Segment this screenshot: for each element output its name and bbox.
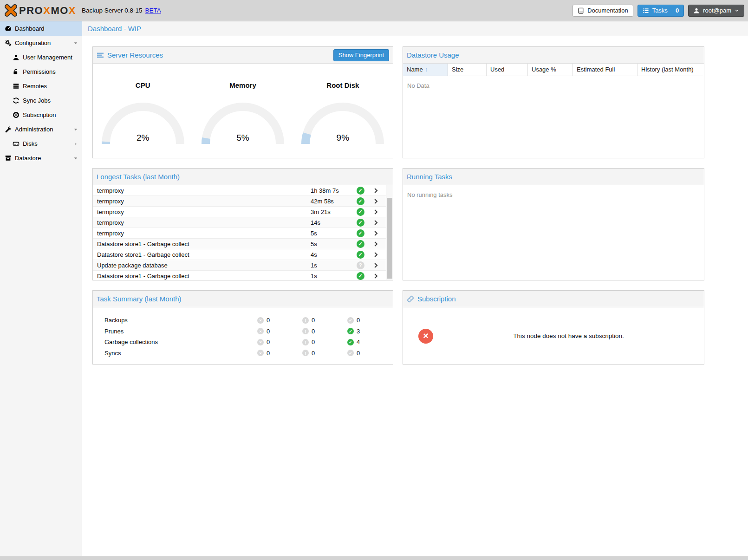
longest-tasks-panel: Longest Tasks (last Month) termproxy 1h …	[92, 168, 393, 280]
gauge-row: CPU 2% Memory 5% Root Disk 9%	[93, 64, 393, 145]
column-header-used[interactable]: Used	[487, 64, 528, 76]
ok-count-icon: ✓	[347, 328, 354, 334]
sidebar-item-dashboard[interactable]: Dashboard	[0, 21, 82, 36]
task-row[interactable]: termproxy 5s ✓	[93, 228, 386, 239]
beta-link[interactable]: BETA	[145, 7, 161, 14]
sidebar-item-sync-jobs[interactable]: Sync Jobs	[0, 93, 82, 108]
gauge-arc: 9%	[301, 100, 384, 145]
error-count-icon: ×	[257, 317, 264, 324]
task-duration: 5s	[311, 241, 352, 247]
sidebar-item-administration[interactable]: Administration	[0, 122, 82, 137]
check-circle-icon: ✓	[357, 219, 364, 227]
task-row[interactable]: Datastore store1 - Garbage collect 4s ✓	[93, 249, 386, 260]
sidebar-item-subscription[interactable]: Subscription	[0, 108, 82, 122]
column-header-history-last-month-[interactable]: History (last Month)	[637, 64, 704, 76]
sidebar-item-label: Disks	[23, 140, 73, 147]
running-tasks-title: Running Tasks	[407, 173, 700, 181]
task-summary-panel: Task Summary (last Month) Backups × 0 ! …	[92, 290, 393, 365]
error-count-icon: ×	[257, 328, 264, 334]
sidebar-item-label: Configuration	[15, 39, 73, 46]
tasks-button[interactable]: Tasks 0	[637, 5, 684, 17]
expander-right-icon[interactable]	[73, 142, 78, 146]
ok-count: 4	[357, 339, 360, 345]
datastore-empty-text: No Data	[403, 76, 704, 95]
warning-count: 0	[312, 339, 315, 345]
ok-count-icon: ✓	[347, 350, 354, 356]
sidebar-item-remotes[interactable]: Remotes	[0, 79, 82, 93]
column-header-name[interactable]: Name↑	[403, 64, 448, 76]
show-fingerprint-button[interactable]: Show Fingerprint	[333, 49, 389, 61]
task-summary-label: Prunes	[104, 328, 257, 335]
user-menu-button[interactable]: root@pam	[688, 5, 744, 17]
check-circle-icon: ✓	[357, 208, 364, 216]
gauge-label: Memory	[193, 81, 293, 89]
task-row[interactable]: Update package database 1s ?	[93, 260, 386, 271]
task-row[interactable]: termproxy 14s ✓	[93, 217, 386, 228]
column-header-estimated-full[interactable]: Estimated Full	[573, 64, 637, 76]
task-row[interactable]: termproxy 42m 58s ✓	[93, 196, 386, 207]
task-duration: 1s	[311, 262, 352, 269]
error-count: 0	[267, 339, 270, 345]
running-tasks-panel: Running Tasks No running tasks	[403, 168, 704, 280]
error-count-icon: ×	[257, 339, 264, 345]
task-name: Datastore store1 - Garbage collect	[97, 251, 311, 258]
warning-count-icon: !	[302, 339, 309, 345]
expander-down-icon[interactable]	[73, 41, 78, 46]
chevron-right-icon[interactable]	[368, 262, 384, 268]
ok-count-icon: ✓	[347, 317, 354, 324]
server-resources-panel: Server Resources Show Fingerprint CPU 2%…	[92, 46, 393, 158]
sidebar-item-label: Dashboard	[15, 25, 78, 32]
task-name: termproxy	[97, 198, 311, 205]
gears-icon	[5, 39, 12, 46]
error-count: 0	[267, 317, 270, 324]
task-row[interactable]: termproxy 3m 21s ✓	[93, 207, 386, 217]
unlock-icon	[13, 68, 20, 75]
chevron-right-icon[interactable]	[368, 220, 384, 226]
task-name: Datastore store1 - Garbage collect	[97, 241, 311, 247]
scrollbar-thumb[interactable]	[387, 198, 392, 279]
chevron-right-icon[interactable]	[368, 273, 384, 279]
server-resources-title: Server Resources	[107, 51, 330, 59]
task-summary-body: Backups × 0 ! 0 ✓ 0 Prunes × 0 ! 0 ✓ 3 G…	[93, 307, 393, 358]
question-circle-icon: ?	[357, 261, 364, 269]
sidebar-item-label: Datastore	[15, 155, 73, 162]
chevron-right-icon[interactable]	[368, 188, 384, 194]
sidebar-item-disks[interactable]: Disks	[0, 137, 82, 151]
warning-count: 0	[312, 350, 315, 357]
expander-down-icon[interactable]	[73, 156, 78, 161]
subscription-title: Subscription	[417, 295, 700, 303]
gauge-label: Root Disk	[293, 81, 393, 89]
task-list-scrollbar[interactable]	[386, 185, 393, 280]
page-title-bar: Dashboard - WIP	[82, 21, 748, 36]
page-title: Dashboard - WIP	[88, 25, 141, 33]
chevron-right-icon[interactable]	[368, 230, 384, 236]
task-row[interactable]: termproxy 1h 38m 7s ✓	[93, 185, 386, 196]
documentation-button[interactable]: Documentation	[572, 5, 633, 17]
task-row[interactable]: Datastore store1 - Garbage collect 1s ✓	[93, 271, 386, 280]
task-duration: 4s	[311, 251, 352, 258]
sidebar-item-configuration[interactable]: Configuration	[0, 36, 82, 50]
chevron-right-icon[interactable]	[368, 198, 384, 204]
task-row[interactable]: Datastore store1 - Garbage collect 5s ✓	[93, 239, 386, 249]
sidebar-item-label: Administration	[15, 126, 73, 133]
sidebar-item-user-management[interactable]: User Management	[0, 50, 82, 65]
wrench-icon	[5, 126, 12, 133]
column-header-size[interactable]: Size	[448, 64, 487, 76]
chevron-right-icon[interactable]	[368, 209, 384, 215]
sidebar-item-datastore[interactable]: Datastore	[0, 151, 82, 165]
gauge-arc: 5%	[201, 100, 285, 145]
tasks-label: Tasks	[652, 7, 668, 14]
chevron-right-icon[interactable]	[368, 241, 384, 247]
column-header-usage-[interactable]: Usage %	[528, 64, 573, 76]
sidebar-item-permissions[interactable]: Permissions	[0, 65, 82, 79]
check-circle-icon: ✓	[357, 272, 364, 280]
server-resources-icon	[97, 52, 104, 59]
documentation-label: Documentation	[587, 7, 628, 14]
app-subtitle: Backup Server 0.8-15	[82, 7, 143, 14]
chevron-right-icon[interactable]	[368, 252, 384, 258]
task-summary-label: Garbage collections	[104, 339, 257, 345]
expander-down-icon[interactable]	[73, 127, 78, 132]
gauge-arc: 2%	[101, 100, 185, 145]
lifering-icon	[13, 111, 20, 118]
longest-tasks-list: termproxy 1h 38m 7s ✓ termproxy 42m 58s …	[93, 185, 393, 280]
